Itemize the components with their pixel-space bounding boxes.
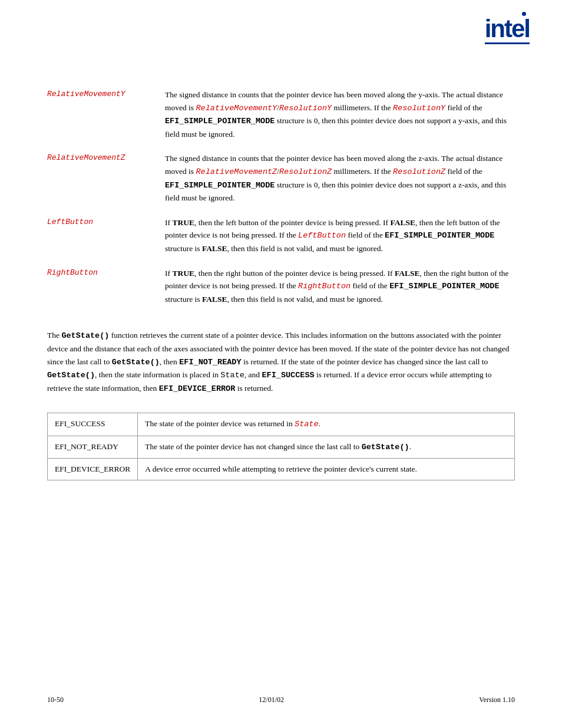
footer-date: 12/01/02 [259, 696, 284, 704]
status-row-not-ready: EFI_NOT_READY The state of the pointer d… [48, 436, 515, 458]
desc-relativemovementy: The signed distance in counts that the p… [165, 88, 515, 140]
status-row-success: EFI_SUCCESS The state of the pointer dev… [48, 413, 515, 436]
def-row-leftbutton: LeftButton If TRUE, then the left button… [47, 216, 515, 255]
page-footer: 10-50 12/01/02 Version 1.10 [47, 696, 515, 704]
status-desc-not-ready: The state of the pointer device has not … [138, 436, 515, 458]
term-relativemovementz: RelativeMovementZ [47, 152, 165, 204]
intel-logo-underline [485, 42, 530, 44]
status-desc-device-error: A device error occurred while attempting… [138, 458, 515, 480]
status-desc-success: The state of the pointer device was retu… [138, 413, 515, 436]
definitions-section: RelativeMovementY The signed distance in… [47, 88, 515, 305]
status-code-not-ready: EFI_NOT_READY [48, 436, 138, 458]
status-code-device-error: EFI_DEVICE_ERROR [48, 458, 138, 480]
page: intel RelativeMovementY The signed dista… [0, 0, 562, 728]
term-rightbutton: RightButton [47, 267, 165, 306]
def-row-rightbutton: RightButton If TRUE, then the right butt… [47, 267, 515, 306]
desc-rightbutton: If TRUE, then the right button of the po… [165, 267, 515, 306]
description-paragraph: The GetState() function retrieves the cu… [47, 329, 515, 395]
def-row-relativemovementy: RelativeMovementY The signed distance in… [47, 88, 515, 140]
status-row-device-error: EFI_DEVICE_ERROR A device error occurred… [48, 458, 515, 480]
footer-version: Version 1.10 [479, 696, 515, 704]
intel-logo-text: intel [485, 17, 530, 41]
def-row-relativemovementz: RelativeMovementZ The signed distance in… [47, 152, 515, 204]
term-relativemovementy: RelativeMovementY [47, 88, 165, 140]
term-leftbutton: LeftButton [47, 216, 165, 255]
intel-logo: intel [485, 17, 530, 44]
desc-leftbutton: If TRUE, then the left button of the poi… [165, 216, 515, 255]
status-code-success: EFI_SUCCESS [48, 413, 138, 436]
footer-page-number: 10-50 [47, 696, 64, 704]
desc-relativemovementz: The signed distance in counts that the p… [165, 152, 515, 204]
status-table: EFI_SUCCESS The state of the pointer dev… [47, 413, 515, 480]
